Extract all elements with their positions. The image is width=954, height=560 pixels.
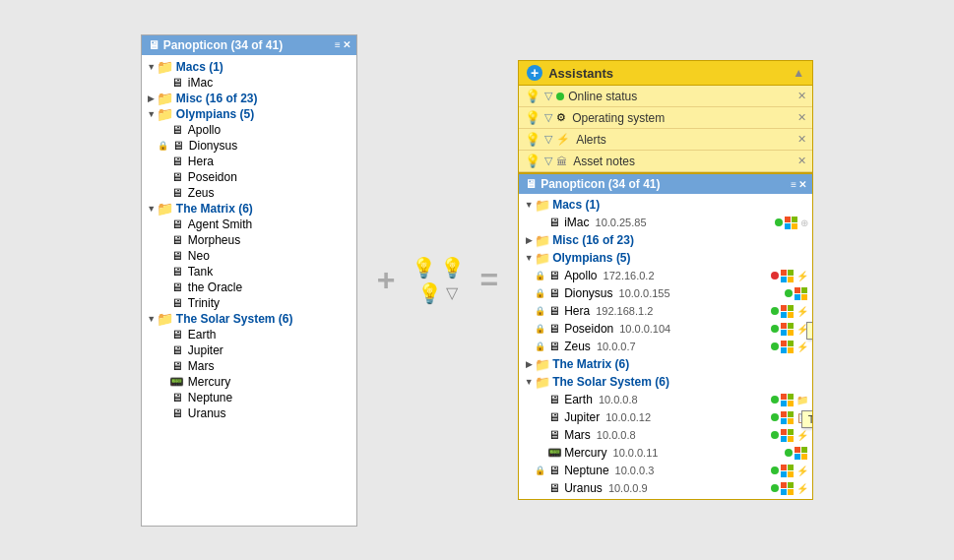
assistant-item-os[interactable]: 💡 ▽ ⚙ Operating system ✕ [519, 107, 812, 129]
assistant-bulb-online: 💡 [525, 89, 541, 103]
rt-folder-matrix: 📁 [535, 357, 550, 371]
rt-icon-apollo: 🖥 [546, 269, 562, 282]
panel-header-icon: 🖥 [148, 38, 159, 52]
rt-item-matrix[interactable]: ▶ 📁 The Matrix (6) [519, 355, 812, 373]
rt-win-earth [781, 394, 795, 406]
tree-item-olympians[interactable]: ▼ 📁 Olympians (5) [142, 106, 356, 122]
tree-item-trinity[interactable]: 🖥 Trinity [142, 295, 356, 311]
label-tank: Tank [188, 265, 213, 279]
left-tree-panel: 🖥 Panopticon (34 of 41) ≡ ✕ ▼ 📁 Macs (1)… [141, 34, 357, 527]
rt-item-uranus[interactable]: 🖥 Uranus 10.0.0.9 ⚡ [519, 479, 812, 497]
label-hera: Hera [188, 155, 214, 168]
rt-toggle-macs[interactable]: ▼ [523, 200, 535, 210]
rt-icon-hera: 🖥 [546, 304, 562, 318]
rt-lock-neptune: 🔒 [535, 466, 545, 475]
rt-label-macs: Macs (1) [552, 198, 600, 212]
tooltip-poseidon: Low free space on disk [806, 322, 813, 340]
rt-item-hera[interactable]: 🔒 🖥 Hera 192.168.1.2 ⚡ [519, 302, 812, 320]
tree-item-misc[interactable]: ▶ 📁 Misc (16 of 23) [142, 91, 356, 106]
toggle-macs[interactable]: ▼ [146, 62, 158, 72]
tree-item-oracle[interactable]: 🖥 the Oracle [142, 280, 356, 295]
rt-item-dionysus[interactable]: 🔒 🖥 Dionysus 10.0.0.155 Windows 8.1 [519, 284, 812, 302]
rt-item-mars[interactable]: 🖥 Mars 10.0.0.8 ⚡ [519, 426, 812, 444]
rt-toggle-olympians[interactable]: ▼ [523, 253, 535, 263]
rt-item-mercury[interactable]: 📟 Mercury 10.0.0.11 [519, 444, 812, 462]
tree-item-agentsmith[interactable]: 🖥 Agent Smith [142, 217, 356, 232]
rt-status-mercury [785, 449, 793, 457]
assistant-close-online[interactable]: ✕ [797, 90, 806, 102]
label-mars: Mars [188, 359, 215, 373]
computer-agentsmith-icon: 🖥 [169, 218, 185, 231]
rt-actions-mars: ⚡ [781, 429, 808, 442]
tree-item-jupiter-left[interactable]: 🖥 Jupiter [142, 342, 356, 358]
rt-item-olympians[interactable]: ▼ 📁 Olympians (5) [519, 249, 812, 267]
computer-zeus-icon: 🖥 [169, 186, 185, 200]
tree-item-apollo[interactable]: 🖥 Apollo [142, 122, 356, 138]
rt-item-apollo[interactable]: 🔒 🖥 Apollo 172.16.0.2 ⚡ [519, 267, 812, 284]
assistant-item-online[interactable]: 💡 ▽ Online status ✕ [519, 86, 812, 107]
right-header-close[interactable]: ✕ [798, 179, 806, 190]
toggle-olympians[interactable]: ▼ [146, 109, 158, 119]
rt-folder-misc: 📁 [535, 233, 550, 247]
tree-item-dionysus[interactable]: 🔒 🖥 Dionysus [142, 138, 356, 154]
tree-item-morpheus[interactable]: 🖥 Morpheus [142, 232, 356, 248]
tree-item-zeus[interactable]: 🖥 Zeus [142, 185, 356, 201]
rt-actions-poseidon: ⚡ [781, 323, 808, 336]
tree-item-neptune-left[interactable]: 🖥 Neptune [142, 390, 356, 405]
rt-toggle-misc[interactable]: ▶ [523, 235, 535, 245]
assistant-close-notes[interactable]: ✕ [797, 155, 806, 167]
tree-item-uranus-left[interactable]: 🖥 Uranus [142, 405, 356, 421]
toggle-solarsystem[interactable]: ▼ [146, 314, 158, 324]
rt-icon-poseidon: 🖥 [546, 322, 562, 336]
tree-item-hera[interactable]: 🖥 Hera [142, 154, 356, 169]
assistant-item-notes[interactable]: 💡 ▽ 🏛 Asset notes ✕ [519, 151, 812, 172]
tree-item-earth[interactable]: 🖥 Earth [142, 327, 356, 342]
rt-status-zeus [771, 342, 779, 350]
rt-item-imac[interactable]: 🖥 iMac 10.0.25.85 ⊕ [519, 214, 812, 231]
rt-item-zeus[interactable]: 🔒 🖥 Zeus 10.0.0.7 ⚡ [519, 338, 812, 355]
rt-toggle-solarsystem[interactable]: ▼ [523, 377, 535, 387]
rt-ip-imac: 10.0.25.85 [596, 217, 776, 228]
assistant-close-alerts[interactable]: ✕ [797, 133, 806, 146]
right-panel-title: Panopticon (34 of 41) [541, 177, 660, 191]
rt-status-poseidon [771, 325, 779, 333]
assistant-item-alerts[interactable]: 💡 ▽ ⚡ Alerts ✕ [519, 129, 812, 151]
header-expand-icon[interactable]: ≡ [335, 39, 341, 50]
rt-item-solarsystem[interactable]: ▼ 📁 The Solar System (6) [519, 373, 812, 391]
rt-item-misc[interactable]: ▶ 📁 Misc (16 of 23) [519, 231, 812, 249]
rt-item-macs[interactable]: ▼ 📁 Macs (1) [519, 196, 812, 214]
label-mercury: Mercury [188, 375, 230, 389]
tree-item-poseidon[interactable]: 🖥 Poseidon [142, 169, 356, 185]
assistant-filter-notes: ▽ [544, 155, 552, 167]
tree-item-neo[interactable]: 🖥 Neo [142, 248, 356, 264]
add-assistant-button[interactable]: + [527, 65, 542, 81]
right-header-expand[interactable]: ≡ [791, 179, 796, 190]
rt-toggle-matrix[interactable]: ▶ [523, 359, 535, 369]
tree-item-mercury-left[interactable]: 📟 Mercury [142, 374, 356, 390]
toggle-misc[interactable]: ▶ [146, 93, 158, 103]
assistants-collapse-icon[interactable]: ▲ [793, 66, 804, 80]
right-panel: + Assistants ▲ 💡 ▽ Online status ✕ 💡 ▽ ⚙… [518, 60, 813, 500]
header-close-icon[interactable]: ✕ [343, 39, 350, 50]
folder-misc-icon: 📁 [158, 92, 173, 105]
toggle-matrix[interactable]: ▼ [146, 204, 158, 214]
rt-label-matrix: The Matrix (6) [552, 357, 629, 371]
rt-actions-imac: ⊕ [785, 217, 808, 229]
tree-item-macs[interactable]: ▼ 📁 Macs (1) [142, 59, 356, 75]
computer-apollo-icon: 🖥 [169, 123, 185, 137]
middle-symbols: + 💡 💡 💡 ▽ = [377, 256, 498, 305]
rt-item-poseidon[interactable]: 🔒 🖥 Poseidon 10.0.0.104 ⚡ Low free space… [519, 320, 812, 338]
assistant-label-notes: Asset notes [573, 155, 794, 168]
tree-item-mars-left[interactable]: 🖥 Mars [142, 358, 356, 374]
tree-item-tank[interactable]: 🖥 Tank [142, 264, 356, 280]
rt-item-jupiter[interactable]: 🖥 Jupiter 10.0.0.12 📋 TODO: Upgrade RAM [519, 408, 812, 426]
tree-item-imac[interactable]: 🖥 iMac [142, 75, 356, 91]
rt-item-neptune[interactable]: 🔒 🖥 Neptune 10.0.0.3 ⚡ [519, 462, 812, 479]
rt-status-hera [771, 307, 779, 315]
rt-alert-apollo: ⚡ [796, 271, 808, 281]
rt-actions-mercury [795, 447, 808, 460]
assistant-close-os[interactable]: ✕ [797, 111, 806, 124]
tree-item-solarsystem[interactable]: ▼ 📁 The Solar System (6) [142, 311, 356, 327]
tree-item-matrix[interactable]: ▼ 📁 The Matrix (6) [142, 201, 356, 217]
rt-item-earth[interactable]: 🖥 Earth 10.0.0.8 📁 [519, 391, 812, 408]
